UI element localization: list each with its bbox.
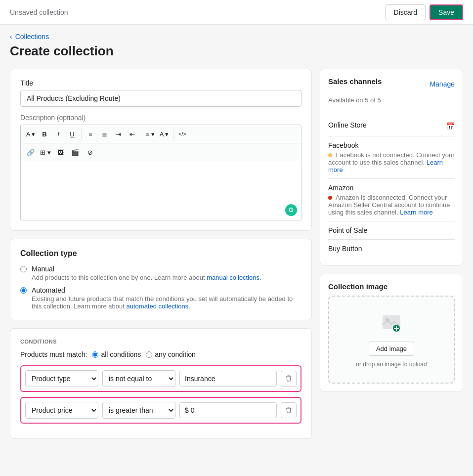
condition-row-1: Product type Product title Product vendo… <box>20 365 301 392</box>
manage-link[interactable]: Manage <box>430 80 455 88</box>
code-button[interactable]: </> <box>175 127 189 141</box>
image-button[interactable]: 🖼 <box>53 145 67 159</box>
add-image-button[interactable]: Add image <box>369 342 414 356</box>
automated-radio[interactable] <box>20 287 27 294</box>
left-column: Title Description (optional) A ▾ B I U ≡… <box>10 69 312 439</box>
main-layout: Title Description (optional) A ▾ B I U ≡… <box>0 61 473 447</box>
manual-option: Manual Add products to this collection o… <box>20 265 301 281</box>
bold-button[interactable]: B <box>38 127 51 141</box>
title-input[interactable] <box>20 90 301 107</box>
editor-area[interactable]: G <box>20 161 301 220</box>
manual-option-content: Manual Add products to this collection o… <box>32 265 261 281</box>
collection-image-card: Collection image Add image or drop an im… <box>320 274 463 392</box>
underline-button[interactable]: U <box>65 127 79 141</box>
automated-label: Automated <box>32 286 301 294</box>
font-button[interactable]: A ▾ <box>24 127 38 141</box>
page-title: Create collection <box>10 43 463 59</box>
amazon-status-dot <box>328 196 332 200</box>
pos-channel: Point of Sale <box>328 221 455 240</box>
editor-toolbar-2: 🔗 ⊞ ▾ 🖼 🎬 ⊘ <box>20 143 301 161</box>
automated-option-content: Automated Existing and future products t… <box>32 286 301 310</box>
align-group: ≡ ▾ A ▾ <box>143 127 171 141</box>
breadcrumb-label: Collections <box>15 33 49 41</box>
conditions-header: CONDITIONS <box>20 339 301 345</box>
buy-button-channel: Buy Button <box>328 240 455 258</box>
color-button[interactable]: A ▾ <box>157 127 171 141</box>
conditions-card: CONDITIONS Products must match: all cond… <box>10 328 312 439</box>
manual-radio[interactable] <box>20 266 27 272</box>
font-group: A ▾ B I U <box>24 127 79 141</box>
condition-1-delete-button[interactable] <box>281 371 297 387</box>
table-button[interactable]: ⊞ ▾ <box>39 145 52 159</box>
italic-button[interactable]: I <box>51 127 65 141</box>
manual-desc: Add products to this collection one by o… <box>32 274 261 281</box>
automated-option: Automated Existing and future products t… <box>20 286 301 310</box>
match-label: Products must match: <box>20 350 87 358</box>
match-all-label[interactable]: all conditions <box>92 350 141 358</box>
facebook-desc: Facebook is not connected. Connect your … <box>328 151 455 173</box>
automated-collections-link[interactable]: automated collections <box>127 303 189 310</box>
amazon-learn-more-link[interactable]: Learn more <box>400 209 432 216</box>
facebook-learn-more-link[interactable]: Learn more <box>328 159 443 173</box>
unordered-list-button[interactable]: ≡ <box>84 127 97 141</box>
link-button[interactable]: 🔗 <box>24 145 38 159</box>
calendar-icon: 📅 <box>446 122 455 130</box>
top-bar-actions: Discard Save <box>386 4 463 20</box>
title-label: Title <box>20 79 301 87</box>
list-group: ≡ ≣ ⇥ ⇤ <box>84 127 139 141</box>
sales-channels-header-row: Sales channels Manage <box>328 77 455 90</box>
drop-text: or drop an image to upload <box>356 361 427 368</box>
right-column: Sales channels Manage Available on 5 of … <box>320 69 463 439</box>
condition-2-field-select[interactable]: Product type Product title Product vendo… <box>25 402 98 419</box>
upload-icon <box>380 311 403 337</box>
grammarly-icon: G <box>285 204 297 216</box>
buy-button-name: Buy Button <box>328 245 362 253</box>
trash-icon-2 <box>285 406 293 414</box>
online-store-channel: Online Store 📅 <box>328 116 455 136</box>
image-upload-area[interactable]: Add image or drop an image to upload <box>328 296 455 384</box>
video-button[interactable]: 🎬 <box>68 145 82 159</box>
ordered-list-button[interactable]: ≣ <box>97 127 111 141</box>
condition-2-delete-button[interactable] <box>281 402 297 418</box>
match-row: Products must match: all conditions any … <box>20 350 301 358</box>
facebook-status-dot <box>328 153 332 157</box>
editor-toolbar: A ▾ B I U ≡ ≣ ⇥ ⇤ ≡ ▾ A ▾ </> <box>20 125 301 143</box>
align-button[interactable]: ≡ ▾ <box>143 127 157 141</box>
discard-button[interactable]: Discard <box>386 4 426 20</box>
amazon-desc: Amazon is disconnected. Connect your Ama… <box>328 194 455 216</box>
condition-2-operator-select[interactable]: is equal to is not equal to is greater t… <box>102 402 175 419</box>
amazon-name: Amazon <box>328 184 455 192</box>
pos-name: Point of Sale <box>328 226 367 234</box>
breadcrumb[interactable]: ‹ Collections <box>10 33 463 41</box>
trash-icon <box>285 375 293 383</box>
sales-channels-card: Sales channels Manage Available on 5 of … <box>320 69 463 266</box>
description-label: Description (optional) <box>20 114 301 122</box>
title-description-card: Title Description (optional) A ▾ B I U ≡… <box>10 69 312 231</box>
facebook-channel: Facebook Facebook is not connected. Conn… <box>328 136 455 179</box>
top-bar: Unsaved collection Discard Save <box>0 0 473 25</box>
sales-channels-title: Sales channels <box>328 77 382 86</box>
collection-type-card: Collection type Manual Add products to t… <box>10 239 312 320</box>
manual-collections-link[interactable]: manual collections <box>207 274 259 281</box>
available-text: Available on 5 of 5 <box>328 96 455 104</box>
toolbar-sep-1 <box>81 129 82 139</box>
outdent-button[interactable]: ⇤ <box>125 127 139 141</box>
match-any-radio[interactable] <box>146 351 152 358</box>
amazon-channel: Amazon Amazon is disconnected. Connect y… <box>328 179 455 221</box>
save-button[interactable]: Save <box>430 4 463 20</box>
manual-label: Manual <box>32 265 261 273</box>
block-button[interactable]: ⊘ <box>83 145 97 159</box>
facebook-name: Facebook <box>328 141 455 149</box>
condition-1-value-input[interactable] <box>179 371 277 387</box>
indent-button[interactable]: ⇥ <box>111 127 125 141</box>
condition-2-value-input[interactable] <box>179 402 277 418</box>
channels-divider <box>328 110 455 110</box>
condition-1-operator-select[interactable]: is equal to is not equal to is greater t… <box>102 370 175 387</box>
online-store-name: Online Store <box>328 121 367 129</box>
collection-image-title: Collection image <box>328 282 455 291</box>
collection-type-radio-group: Manual Add products to this collection o… <box>20 265 301 310</box>
match-any-label[interactable]: any condition <box>146 350 196 358</box>
collection-type-title: Collection type <box>20 249 301 258</box>
condition-1-field-select[interactable]: Product type Product title Product vendo… <box>25 370 98 387</box>
match-all-radio[interactable] <box>92 351 98 358</box>
